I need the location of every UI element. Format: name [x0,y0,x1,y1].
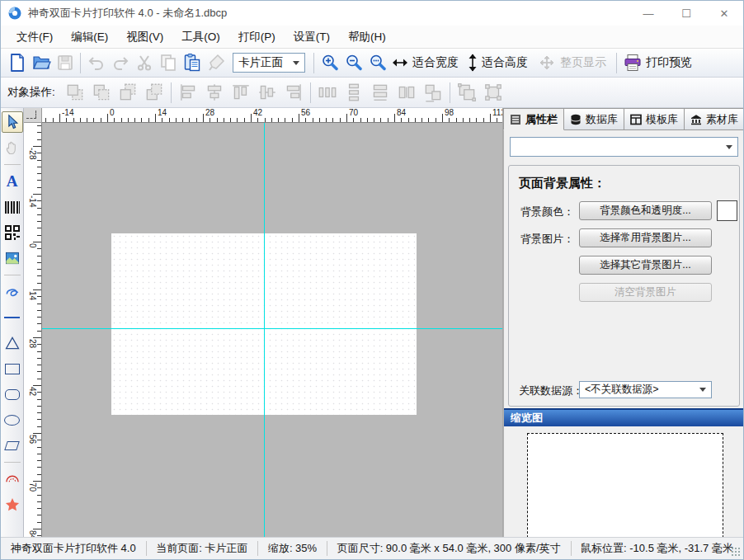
datasource-select[interactable]: <不关联数据源> [579,381,712,398]
object-toolbar-label: 对象操作: [7,85,55,100]
paste-icon[interactable] [180,51,204,75]
print-preview-icon[interactable] [620,51,644,75]
chevron-down-icon [293,61,299,65]
close-button[interactable]: ✕ [705,1,743,26]
bg-image-label: 背景图片： [520,232,574,247]
other-bg-button[interactable]: 选择其它背景图片... [579,256,712,275]
object-toolbar: 对象操作: [1,78,743,108]
menu-tools[interactable]: 工具(O) [172,26,229,49]
cut-icon [132,51,156,75]
status-app-name: 神奇双面卡片打印软件 4.0 [1,541,146,556]
stamp-tool[interactable] [2,468,23,490]
star-tool[interactable] [2,494,23,515]
full-page-label: 整页显示 [560,55,606,70]
ungroup-icon [483,82,504,103]
tab-properties[interactable]: 属性栏 [503,108,564,130]
main-toolbar: 卡片正面 适合宽度 适合高度 整页显示 打印预览 [1,49,743,78]
background-groupbox: 页面背景属性： 背景颜色： 背景颜色和透明度... 背景图片： 选择常用背景图片… [508,165,740,407]
image-tool[interactable] [2,247,23,269]
bg-color-button[interactable]: 背景颜色和透明度... [579,201,712,220]
menu-view[interactable]: 视图(V) [117,26,172,49]
bg-properties-heading: 页面背景属性： [519,176,605,191]
right-panel: 属性栏 数据库 模板库 素材库 [502,108,744,539]
same-height-icon [396,82,417,103]
fit-height-label[interactable]: 适合高度 [482,55,528,70]
datasource-value: <不关联数据源> [585,383,659,397]
align-right-icon [283,82,304,103]
ruler-origin-corner [24,108,42,123]
status-mouse-position: 鼠标位置: -10.5 毫米, -31.7 毫米 [571,541,743,556]
curve-tool[interactable] [2,281,23,303]
page-side-value: 卡片正面 [238,55,283,70]
thumbnail-header: 缩览图 [504,408,744,426]
menu-help[interactable]: 帮助(H) [339,26,395,49]
design-canvas[interactable] [42,123,502,539]
redo-icon [108,51,132,75]
order-backward-icon [144,82,165,103]
fit-width-icon[interactable] [389,51,411,75]
tab-materials[interactable]: 素材库 [685,108,744,130]
format-brush-icon [204,51,228,75]
open-file-icon[interactable] [29,51,53,75]
bg-color-swatch[interactable] [717,200,737,221]
order-forward-icon [117,82,139,103]
distribute-v-icon [343,82,365,103]
align-top-icon [230,82,252,103]
zoom-actual-icon[interactable] [365,51,389,75]
chevron-down-icon [699,388,706,392]
align-center-h-icon [204,82,225,103]
bg-color-label: 背景颜色： [520,205,574,219]
database-icon [570,114,582,125]
order-back-icon [91,82,112,103]
menu-file[interactable]: 文件(F) [7,26,62,49]
select-tool[interactable] [2,111,23,133]
copy-icon [156,51,180,75]
minimize-button[interactable]: — [629,1,667,26]
triangle-tool[interactable] [2,332,23,354]
undo-icon [84,51,108,75]
align-left-icon [177,82,199,103]
new-file-icon[interactable] [5,51,29,75]
rounded-rect-tool[interactable] [2,384,23,405]
barcode-tool[interactable] [2,196,23,218]
tab-templates[interactable]: 模板库 [624,108,685,130]
zoom-out-icon[interactable] [341,51,365,75]
menu-settings[interactable]: 设置(T) [285,26,339,49]
status-page-size: 页面尺寸: 90.0 毫米 x 54.0 毫米, 300 像素/英寸 [327,541,571,556]
template-icon [630,114,642,125]
app-window: 神奇双面卡片打印软件 4.0 - 未命名1.dbcp — ☐ ✕ 文件(F) 编… [0,0,744,560]
zoom-in-icon[interactable] [318,51,341,75]
properties-icon [510,114,521,125]
line-tool[interactable] [2,307,23,328]
thumbnail-page-preview [527,433,723,550]
tab-database[interactable]: 数据库 [564,108,624,130]
status-bar: 神奇双面卡片打印软件 4.0 当前页面: 卡片正面 缩放: 35% 页面尺寸: … [1,537,743,559]
v-ruler: -28-140142842567084 [24,123,42,539]
resize-grip[interactable] [731,547,742,558]
work-area: A -14014284256708498112 -28-140142842567… [1,108,744,539]
full-page-icon [534,51,558,75]
group-icon [456,82,478,103]
app-logo-icon [8,7,21,20]
save-icon [53,51,77,75]
qrcode-tool[interactable] [2,222,23,243]
page-side-select[interactable]: 卡片正面 [233,53,305,73]
window-title: 神奇双面卡片打印软件 4.0 - 未命名1.dbcp [28,6,227,21]
order-front-icon [64,82,86,103]
title-bar: 神奇双面卡片打印软件 4.0 - 未命名1.dbcp — ☐ ✕ [1,1,743,26]
text-tool[interactable]: A [2,171,23,192]
distribute-h-icon [317,82,338,103]
parallelogram-tool[interactable] [2,435,23,456]
menu-print[interactable]: 打印(P) [229,26,285,49]
fit-height-icon[interactable] [465,51,480,75]
fit-width-label[interactable]: 适合宽度 [412,55,459,70]
maximize-button[interactable]: ☐ [667,1,705,26]
common-bg-button[interactable]: 选择常用背景图片... [579,228,712,247]
status-zoom: 缩放: 35% [258,541,327,556]
object-select[interactable] [510,137,738,157]
center-guide-horizontal [42,328,502,329]
menu-edit[interactable]: 编辑(E) [62,26,117,49]
print-preview-label[interactable]: 打印预览 [646,55,692,70]
ellipse-tool[interactable] [2,409,23,431]
rectangle-tool[interactable] [2,358,23,379]
